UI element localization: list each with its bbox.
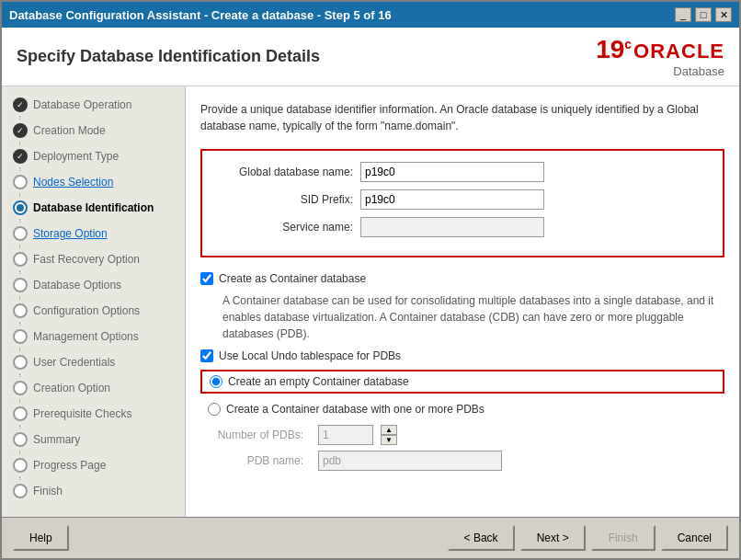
step-circle-deployment-type: ✓ xyxy=(13,149,28,164)
sidebar-label-database-options: Database Options xyxy=(33,279,121,291)
title-bar: Database Configuration Assistant - Creat… xyxy=(2,2,739,28)
step-circle-fast-recovery-option xyxy=(13,252,28,267)
step-circle-creation-option xyxy=(13,381,28,395)
minimize-button[interactable]: _ xyxy=(675,7,691,22)
cancel-button[interactable]: Cancel xyxy=(661,525,728,551)
step-circle-database-options xyxy=(13,278,28,292)
create-container-label: Create as Container database xyxy=(219,272,366,285)
create-container-checkbox[interactable] xyxy=(200,272,213,285)
sidebar-item-prerequisite-checks[interactable]: Prerequisite Checks xyxy=(2,403,185,425)
sidebar-item-finish[interactable]: Finish xyxy=(2,480,185,502)
page-title: Specify Database Identification Details xyxy=(17,47,320,66)
step-circle-database-identification xyxy=(13,200,28,215)
step-circle-finish xyxy=(13,484,28,498)
step-circle-progress-page xyxy=(13,458,28,473)
num-pdbs-label: Number of PDBs: xyxy=(200,429,311,441)
num-pdbs-down[interactable]: ▼ xyxy=(381,435,397,445)
sidebar-item-fast-recovery-option[interactable]: Fast Recovery Option xyxy=(2,248,185,270)
sidebar-item-database-operation[interactable]: ✓ Database Operation xyxy=(2,94,185,116)
window-title: Database Configuration Assistant - Creat… xyxy=(9,8,392,22)
sid-prefix-label: SID Prefix: xyxy=(213,193,360,206)
radio-empty-container[interactable] xyxy=(210,375,222,388)
oracle-brand: ORACLE xyxy=(633,40,724,63)
sidebar-label-user-credentials: User Credentials xyxy=(33,356,115,369)
sid-prefix-input[interactable] xyxy=(360,189,544,210)
sidebar-item-creation-mode[interactable]: ✓ Creation Mode xyxy=(2,120,185,142)
global-db-name-row: Global database name: xyxy=(213,162,712,182)
num-pdbs-input[interactable] xyxy=(318,425,373,445)
sidebar-item-deployment-type[interactable]: ✓ Deployment Type xyxy=(2,145,185,167)
radio-empty-container-label: Create an empty Container database xyxy=(228,375,409,388)
sidebar-item-configuration-options[interactable]: Configuration Options xyxy=(2,300,185,322)
footer-nav-buttons: < Back Next > Finish Cancel xyxy=(448,525,728,551)
global-db-name-input[interactable] xyxy=(360,162,544,182)
radio-with-pdb[interactable] xyxy=(208,403,221,416)
pdb-name-label: PDB name: xyxy=(200,454,311,467)
global-db-name-label: Global database name: xyxy=(213,166,360,178)
content-area: Provide a unique database identifier inf… xyxy=(186,86,739,517)
step-circle-user-credentials xyxy=(13,355,28,370)
sid-prefix-row: SID Prefix: xyxy=(213,189,712,210)
sidebar-label-deployment-type: Deployment Type xyxy=(33,150,119,163)
main-content: ✓ Database Operation ✓ Creation Mode ✓ D… xyxy=(2,86,739,517)
sidebar-label-creation-mode: Creation Mode xyxy=(33,124,106,137)
next-button[interactable]: Next > xyxy=(520,525,586,551)
step-circle-prerequisite-checks xyxy=(13,406,28,421)
radio-empty-container-row: Create an empty Container database xyxy=(200,370,724,394)
window-controls: _ □ ✕ xyxy=(675,7,732,22)
help-button[interactable]: Help xyxy=(13,525,69,551)
service-name-label: Service name: xyxy=(213,221,360,234)
sidebar-label-summary: Summary xyxy=(33,433,80,446)
main-window: Database Configuration Assistant - Creat… xyxy=(0,0,741,560)
step-circle-database-operation: ✓ xyxy=(13,97,28,112)
num-pdbs-row: Number of PDBs: ▲ ▼ xyxy=(200,425,724,445)
sidebar-item-user-credentials[interactable]: User Credentials xyxy=(2,351,185,373)
sidebar-label-management-options: Management Options xyxy=(33,330,139,343)
oracle-logo: 19c ORACLE Database xyxy=(596,35,724,78)
service-name-row: Service name: xyxy=(213,217,712,237)
page-description: Provide a unique database identifier inf… xyxy=(200,101,724,134)
num-pdbs-up[interactable]: ▲ xyxy=(381,425,397,435)
header-bar: Specify Database Identification Details … xyxy=(2,28,739,86)
sidebar-item-storage-option[interactable]: Storage Option xyxy=(2,223,185,245)
service-name-input[interactable] xyxy=(360,217,544,237)
sidebar-item-progress-page[interactable]: Progress Page xyxy=(2,454,185,476)
step-circle-storage-option xyxy=(13,226,28,241)
sidebar-label-finish: Finish xyxy=(33,485,63,497)
radio-with-pdb-row: Create a Container database with one or … xyxy=(200,399,724,419)
step-circle-summary xyxy=(13,432,28,447)
sidebar-label-prerequisite-checks: Prerequisite Checks xyxy=(33,407,131,420)
oracle-product: Database xyxy=(596,64,724,78)
pdb-name-row: PDB name: xyxy=(200,451,724,471)
sidebar-item-summary[interactable]: Summary xyxy=(2,429,185,451)
use-local-undo-row: Use Local Undo tablespace for PDBs xyxy=(200,349,724,362)
sidebar-item-nodes-selection[interactable]: Nodes Selection xyxy=(2,171,185,193)
sidebar-item-creation-option[interactable]: Creation Option xyxy=(2,377,185,399)
container-info-text: A Container database can be used for con… xyxy=(222,292,724,342)
close-button[interactable]: ✕ xyxy=(715,7,732,22)
step-circle-configuration-options xyxy=(13,303,28,318)
sidebar-label-database-identification: Database Identification xyxy=(33,201,154,214)
create-container-row: Create as Container database xyxy=(200,272,724,285)
num-pdbs-spinner: ▲ ▼ xyxy=(381,425,397,445)
sidebar-label-creation-option: Creation Option xyxy=(33,382,110,394)
sidebar-label-configuration-options: Configuration Options xyxy=(33,304,140,317)
maximize-button[interactable]: □ xyxy=(695,7,712,22)
sidebar-label-nodes-selection: Nodes Selection xyxy=(33,176,113,189)
sidebar-item-database-options[interactable]: Database Options xyxy=(2,274,185,296)
sidebar-item-database-identification[interactable]: Database Identification xyxy=(2,197,185,219)
sidebar: ✓ Database Operation ✓ Creation Mode ✓ D… xyxy=(2,86,186,517)
sidebar-label-progress-page: Progress Page xyxy=(33,459,106,472)
radio-with-pdb-label: Create a Container database with one or … xyxy=(226,403,484,416)
step-circle-nodes-selection xyxy=(13,175,28,189)
footer: Help < Back Next > Finish Cancel xyxy=(2,517,739,558)
sidebar-label-storage-option: Storage Option xyxy=(33,227,108,240)
use-local-undo-label: Use Local Undo tablespace for PDBs xyxy=(219,349,401,362)
use-local-undo-checkbox[interactable] xyxy=(200,349,213,362)
pdb-name-input[interactable] xyxy=(318,451,502,471)
finish-button[interactable]: Finish xyxy=(591,525,656,551)
back-button[interactable]: < Back xyxy=(448,525,515,551)
sidebar-item-management-options[interactable]: Management Options xyxy=(2,326,185,348)
sidebar-label-fast-recovery-option: Fast Recovery Option xyxy=(33,253,140,266)
identification-form-box: Global database name: SID Prefix: Servic… xyxy=(200,149,724,257)
